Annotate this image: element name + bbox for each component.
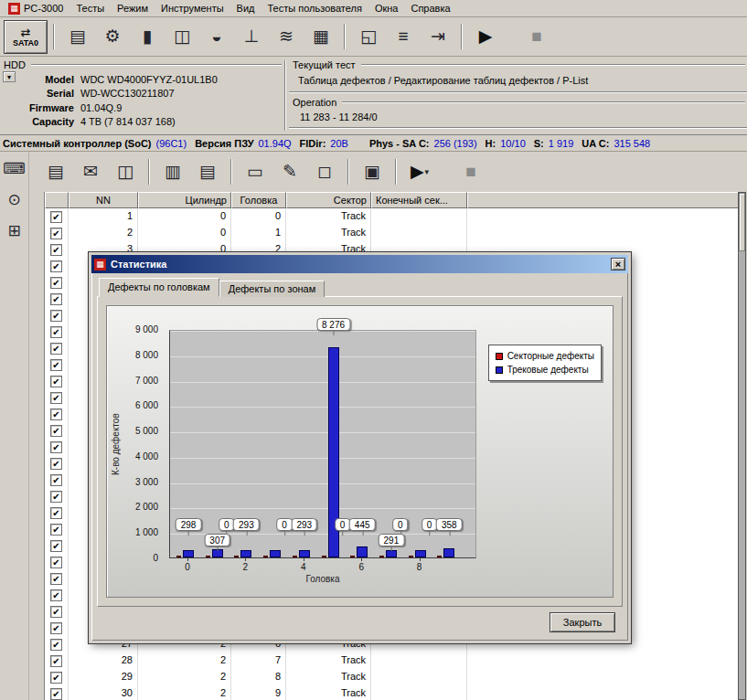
status-segment-label: UA C: [582,138,609,149]
row-checkbox[interactable]: ✔ [50,293,62,305]
rom-button[interactable]: ◫ [166,22,197,51]
firmware-label: Firmware [0,102,80,113]
table-row[interactable]: ✔201Track [45,225,741,241]
row-checkbox[interactable]: ✔ [50,474,62,486]
row-select-cell: ✔ [45,685,69,700]
table-row[interactable]: ✔100Track [45,208,741,225]
row-checkbox[interactable]: ✔ [50,573,62,585]
cell: 0 [138,208,231,225]
table-row[interactable]: ✔2928Track [45,669,741,685]
row-checkbox[interactable]: ✔ [50,606,62,618]
clear-record-button[interactable]: ◻ [309,157,340,186]
status-segment-label: Системный контроллер (SoC) [3,138,152,149]
row-checkbox[interactable]: ✔ [50,491,62,503]
main-toolbar: ⇄ SATA0 ▤⚙▮◫◒⊥≋▦◱≡⇥▶■ [0,17,747,57]
sidebar-search-button[interactable]: ⊙ [3,188,27,212]
sector-defects-bar [322,556,326,557]
start-test-button[interactable]: ▶ [470,22,501,51]
export-button[interactable]: ◒ [201,22,232,51]
row-checkbox[interactable]: ✔ [50,589,62,601]
menu-item-view[interactable]: Вид [230,1,261,16]
row-select-cell: ✔ [45,208,69,225]
column-header-1[interactable]: Цилиндр [138,192,231,208]
row-checkbox[interactable]: ✔ [50,639,62,651]
add-record-button[interactable]: ▭ [240,157,271,186]
sata0-button[interactable]: ⇄ SATA0 [4,20,48,54]
save-button[interactable]: ◫ [110,157,141,186]
row-checkbox[interactable]: ✔ [50,441,62,453]
row-checkbox[interactable]: ✔ [50,343,62,355]
menu-item-help[interactable]: Справка [404,1,456,16]
table-scrollbar[interactable] [738,192,746,700]
scrollbar-thumb[interactable] [739,193,745,251]
row-checkbox[interactable]: ✔ [50,688,62,700]
row-checkbox[interactable]: ✔ [50,425,62,437]
dialog-titlebar[interactable]: ▦ Статистика × [91,255,628,273]
edit-record-button[interactable]: ✎ [274,157,305,186]
hdd-panel: HDD ▾ ModelWDC WD4000FYYZ-01UL1B0 Serial… [0,57,747,135]
oscilloscope-button[interactable]: ⊥ [236,22,267,51]
table-row[interactable]: ✔3029Track [45,685,741,700]
defect-table-button[interactable]: ▤ [40,157,71,186]
exit-button[interactable]: ⇥ [422,22,454,51]
row-checkbox[interactable]: ✔ [50,244,62,256]
row-checkbox[interactable]: ✔ [50,458,62,470]
menu-item-windows[interactable]: Окна [368,1,405,16]
stop-edit-button[interactable]: ■ [455,157,486,186]
column-header-2[interactable]: Головка [231,192,286,208]
row-checkbox[interactable]: ✔ [50,277,62,289]
cell: 2 [138,652,231,669]
track-defects-bar [443,548,454,557]
menu-item-tools[interactable]: Инструменты [155,1,230,16]
row-checkbox[interactable]: ✔ [50,211,62,223]
copy-button[interactable]: ◱ [353,22,384,51]
tab-defects-by-heads[interactable]: Дефекты по головкам [99,278,219,297]
cell: Track [286,225,371,241]
database-button[interactable]: ▮ [132,22,163,51]
row-checkbox[interactable]: ✔ [50,557,62,568]
row-checkbox[interactable]: ✔ [50,655,62,667]
close-dialog-button[interactable]: Закрыть [550,612,615,632]
row-checkbox[interactable]: ✔ [50,310,62,322]
column-header-0[interactable]: NN [69,192,138,208]
menu-item-pc3000[interactable]: ▦PC-3000 [2,1,69,16]
row-select-cell: ✔ [45,389,69,406]
sidebar-terminal-button[interactable]: ⌨ [3,157,27,181]
header-select-cell[interactable] [45,192,69,208]
stop-test-button[interactable]: ■ [521,22,552,51]
row-checkbox[interactable]: ✔ [50,326,62,338]
report-button[interactable]: ▥ [157,157,188,186]
row-checkbox[interactable]: ✔ [50,507,62,519]
dialog-close-button[interactable]: × [611,258,625,270]
row-checkbox[interactable]: ✔ [50,260,62,272]
row-checkbox[interactable]: ✔ [50,524,62,536]
tab-defects-by-zones[interactable]: Дефекты по зонам [219,281,325,297]
open-button[interactable]: ✉ [75,157,106,186]
row-checkbox[interactable]: ✔ [50,622,62,634]
sector-defects-bar [176,556,181,557]
row-checkbox[interactable]: ✔ [50,672,62,684]
convert-button[interactable]: ▣ [357,157,388,186]
database-icon: ▮ [143,27,152,46]
row-checkbox[interactable]: ✔ [50,408,62,420]
table-row[interactable]: ✔2827Track [45,652,741,669]
row-checkbox[interactable]: ✔ [50,228,62,239]
menu-item-user-tests[interactable]: Тесты пользователя [261,1,368,16]
row-checkbox[interactable]: ✔ [50,392,62,404]
row-checkbox[interactable]: ✔ [50,540,62,552]
start-edit-button[interactable]: ▶▾ [404,157,435,186]
column-header-4[interactable]: Конечный сек... [371,192,467,208]
sidebar-defect-grid-button[interactable]: ⊞ [3,219,27,243]
column-header-3[interactable]: Сектор [286,192,371,208]
gears-button[interactable]: ⚙ [97,22,128,51]
waveform-button[interactable]: ≋ [271,22,302,51]
row-checkbox[interactable]: ✔ [50,376,62,387]
menu-item-tests[interactable]: Тесты [69,1,111,16]
test-selection-button[interactable]: ▤ [62,22,93,51]
row-checkbox[interactable]: ✔ [50,359,62,371]
x-tick-label: 8 [409,562,431,572]
disk-stack-button[interactable]: ≡ [388,22,419,51]
print-button[interactable]: ▤ [192,157,223,186]
sector-grid-button[interactable]: ▦ [305,22,336,51]
menu-item-mode[interactable]: Режим [111,1,155,16]
